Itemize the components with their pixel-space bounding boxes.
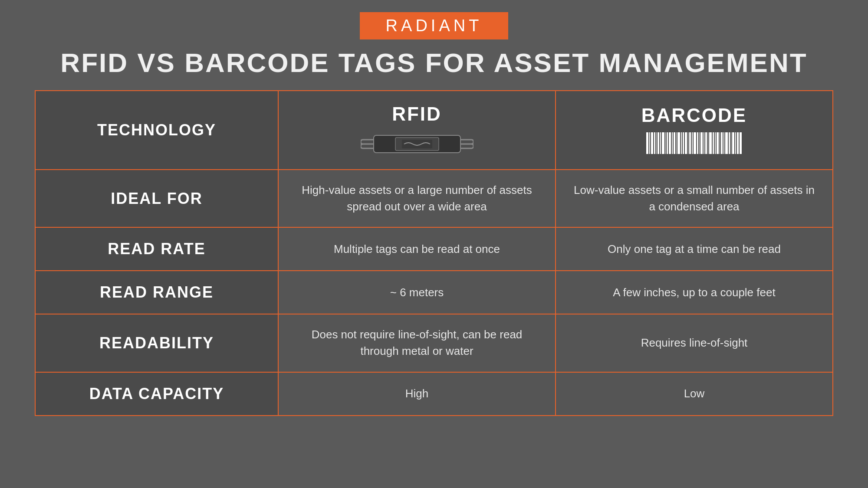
svg-rect-28 <box>689 132 691 154</box>
row-2-rfid-value: ~ 6 meters <box>390 285 444 301</box>
svg-rect-48 <box>735 132 736 154</box>
svg-rect-43 <box>723 132 724 154</box>
row-4-barcode-col: Low <box>556 373 832 415</box>
svg-rect-20 <box>672 132 673 154</box>
row-4-barcode-value: Low <box>684 386 705 402</box>
barcode-icon <box>646 132 742 156</box>
rfid-chip-icon <box>361 131 473 157</box>
svg-rect-25 <box>683 132 684 154</box>
svg-rect-23 <box>677 132 680 154</box>
row-2-barcode-col: A few inches, up to a couple feet <box>556 271 832 314</box>
svg-rect-38 <box>713 132 714 154</box>
header-rfid-col: RFID <box>279 91 556 169</box>
svg-rect-44 <box>725 132 728 154</box>
row-0-rfid-col: High-value assets or a large number of a… <box>279 170 556 227</box>
svg-rect-12 <box>654 132 655 154</box>
svg-rect-15 <box>660 132 661 154</box>
row-0-label-col: IDEAL FOR <box>36 170 279 227</box>
svg-rect-31 <box>697 132 698 154</box>
row-2-rfid-col: ~ 6 meters <box>279 271 556 314</box>
row-4-label-col: DATA CAPACITY <box>36 373 279 415</box>
svg-rect-39 <box>715 132 716 154</box>
row-1-barcode-col: Only one tag at a time can be read <box>556 228 832 270</box>
row-3-label-col: READABILITY <box>36 314 279 371</box>
row-2-barcode-value: A few inches, up to a couple feet <box>613 285 775 301</box>
svg-rect-21 <box>674 132 675 154</box>
row-4-rfid-value: High <box>405 386 428 402</box>
table-row: READ RANGE ~ 6 meters A few inches, up t… <box>36 271 832 314</box>
row-3-barcode-col: Requires line-of-sight <box>556 314 832 371</box>
svg-rect-13 <box>656 132 657 154</box>
svg-rect-45 <box>729 132 730 154</box>
table-row: READABILITY Does not require line-of-sig… <box>36 314 832 372</box>
header-label-col: TECHNOLOGY <box>36 91 279 169</box>
header-barcode-col: BARCODE <box>556 91 832 169</box>
row-2-label: READ RANGE <box>100 283 214 301</box>
svg-rect-10 <box>649 132 650 154</box>
svg-rect-35 <box>705 132 707 154</box>
svg-rect-18 <box>667 132 668 154</box>
row-0-rfid-value: High-value assets or a large number of a… <box>296 182 538 215</box>
svg-rect-8 <box>402 140 432 148</box>
rfid-chip-svg <box>361 131 473 157</box>
barcode-col-title: BARCODE <box>641 105 747 126</box>
comparison-table: TECHNOLOGY RFID <box>35 90 833 416</box>
row-0-label: IDEAL FOR <box>111 190 202 208</box>
row-3-label: READABILITY <box>99 334 214 352</box>
rfid-col-title: RFID <box>392 103 442 125</box>
row-1-label-col: READ RATE <box>36 228 279 270</box>
svg-rect-49 <box>737 132 739 154</box>
row-2-label-col: READ RANGE <box>36 271 279 314</box>
svg-rect-11 <box>651 132 653 154</box>
svg-rect-47 <box>732 132 734 154</box>
row-1-rfid-col: Multiple tags can be read at once <box>279 228 556 270</box>
svg-rect-42 <box>721 132 723 154</box>
svg-rect-30 <box>694 132 696 154</box>
svg-rect-32 <box>699 132 700 154</box>
row-4-label: DATA CAPACITY <box>89 385 224 403</box>
svg-rect-9 <box>646 132 648 154</box>
svg-rect-41 <box>720 132 720 154</box>
table-row: IDEAL FOR High-value assets or a large n… <box>36 170 832 228</box>
page-title: RFID VS BARCODE TAGS FOR ASSET MANAGEMEN… <box>60 47 807 78</box>
table-row: DATA CAPACITY High Low <box>36 373 832 415</box>
svg-rect-17 <box>665 132 666 154</box>
svg-rect-37 <box>709 132 712 154</box>
svg-rect-16 <box>662 132 664 154</box>
svg-rect-22 <box>676 132 677 154</box>
row-3-rfid-col: Does not require line-of-sight, can be r… <box>279 314 556 371</box>
brand-label: RADIANT <box>386 16 483 35</box>
svg-rect-26 <box>685 132 687 154</box>
header-label-text: TECHNOLOGY <box>97 121 216 139</box>
row-1-rfid-value: Multiple tags can be read at once <box>334 241 500 258</box>
row-0-barcode-value: Low-value assets or a small number of as… <box>573 182 815 215</box>
brand-box: RADIANT <box>360 12 509 39</box>
row-1-label: READ RATE <box>108 240 205 258</box>
svg-rect-29 <box>692 132 693 154</box>
row-0-barcode-col: Low-value assets or a small number of as… <box>556 170 832 227</box>
table-row: READ RATE Multiple tags can be read at o… <box>36 228 832 271</box>
svg-rect-33 <box>700 132 703 154</box>
svg-rect-24 <box>681 132 682 154</box>
svg-rect-14 <box>658 132 659 154</box>
svg-rect-19 <box>669 132 671 154</box>
barcode-svg <box>646 132 742 156</box>
row-3-rfid-value: Does not require line-of-sight, can be r… <box>296 327 538 359</box>
svg-rect-40 <box>717 132 719 154</box>
row-4-rfid-col: High <box>279 373 556 415</box>
table-header-row: TECHNOLOGY RFID <box>36 91 832 170</box>
row-1-barcode-value: Only one tag at a time can be read <box>608 241 781 258</box>
svg-rect-46 <box>731 132 731 154</box>
svg-rect-50 <box>740 132 742 154</box>
svg-rect-27 <box>688 132 688 154</box>
row-3-barcode-value: Requires line-of-sight <box>641 335 748 351</box>
svg-rect-36 <box>708 132 708 154</box>
svg-rect-34 <box>704 132 704 154</box>
